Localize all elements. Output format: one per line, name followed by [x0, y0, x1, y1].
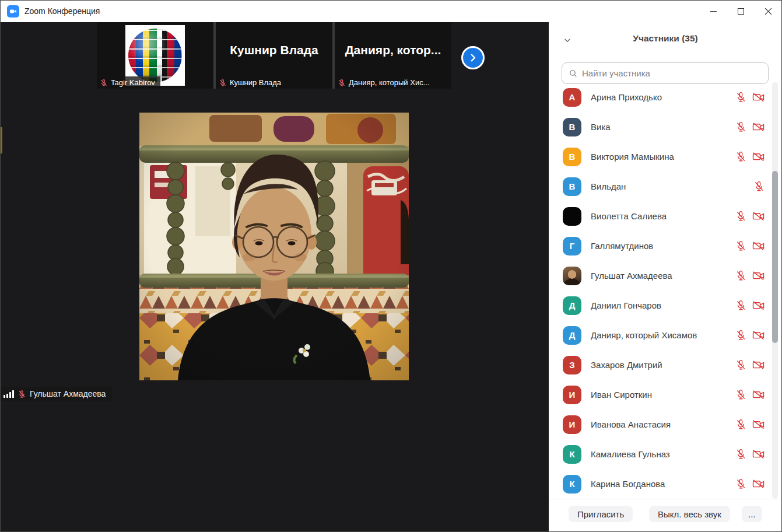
participant-status-icons	[735, 418, 765, 430]
participant-name: Галлямутдинов	[591, 241, 735, 251]
participant-avatar: К	[563, 475, 581, 494]
participant-name: Вильдан	[591, 181, 753, 191]
participant-row[interactable]: З Захаров Дмитрий	[549, 350, 782, 380]
participants-title: Участники (35)	[549, 33, 782, 44]
camera-off-icon	[752, 210, 765, 222]
tile-name-label: Данияр, который Хис...	[335, 76, 435, 89]
participant-avatar: Д	[563, 326, 581, 345]
mic-muted-icon	[735, 299, 747, 312]
close-icon	[765, 8, 772, 15]
participant-row[interactable]: Д Данияр, который Хисамов	[549, 320, 782, 350]
participant-status-icons	[735, 270, 765, 282]
mic-muted-icon	[338, 79, 346, 87]
participant-avatar: А	[563, 88, 581, 107]
window-title: Zoom Конференция	[24, 6, 100, 16]
participant-avatar: Г	[563, 237, 581, 256]
participant-status-icons	[735, 240, 765, 252]
invite-button[interactable]: Пригласить	[569, 506, 633, 522]
participant-name: Арина Приходько	[591, 92, 735, 102]
participant-avatar: З	[563, 356, 581, 374]
camera-off-icon	[752, 299, 765, 312]
camera-off-icon	[752, 388, 765, 401]
camera-off-icon	[752, 240, 765, 252]
participant-name: Данияр, который Хисамов	[591, 330, 735, 340]
tile-display-name: Данияр, котор...	[335, 22, 451, 78]
participant-name: Виолетта Салиева	[591, 211, 735, 221]
participant-name: Камалиева Гульназ	[591, 449, 735, 459]
participant-row[interactable]: Виолетта Салиева	[549, 201, 782, 231]
participant-search	[562, 62, 769, 84]
speaker-photo	[139, 113, 409, 380]
participant-row[interactable]: А Арина Приходько	[549, 82, 782, 112]
participant-row[interactable]: И Иванова Анастасия	[549, 410, 782, 439]
meeting-canvas: Tagir Kabirov Кушнир Влада Кушнир Влада …	[0, 22, 549, 532]
participant-row[interactable]: К Камалиева Гульназ	[549, 439, 782, 469]
participant-avatar: В	[563, 118, 581, 136]
minimize-icon	[710, 11, 717, 12]
participant-row[interactable]: Г Галлямутдинов	[549, 231, 782, 261]
participant-status-icons	[735, 388, 765, 401]
camera-off-icon	[752, 150, 765, 163]
tile-name-label: Кушнир Влада	[216, 76, 286, 89]
participant-row[interactable]: Гульшат Ахмадеева	[549, 261, 782, 290]
participant-name: Виктория Мамыкина	[591, 152, 735, 162]
search-icon	[569, 69, 578, 78]
video-camera-icon	[9, 8, 17, 15]
zoom-app-icon	[7, 5, 19, 18]
mute-all-button[interactable]: Выкл. весь звук	[649, 506, 730, 522]
camera-off-icon	[752, 418, 765, 430]
mic-muted-icon	[17, 390, 26, 398]
participant-row[interactable]: В Вика	[549, 112, 782, 142]
participant-list: А Арина Приходько В Вика	[549, 82, 782, 499]
video-tile-daniyar[interactable]: Данияр, котор... Данияр, который Хис...	[335, 22, 451, 89]
participant-name: Вика	[591, 122, 735, 132]
filmstrip-next-button[interactable]	[461, 46, 485, 69]
participant-avatar	[563, 207, 581, 226]
mic-muted-icon	[735, 448, 747, 460]
participant-avatar: К	[563, 445, 581, 464]
participants-header: Участники (35)	[549, 22, 782, 57]
minimize-button[interactable]	[700, 0, 727, 22]
mic-muted-icon	[735, 91, 747, 103]
scrollbar-thumb[interactable]	[772, 171, 778, 343]
mic-muted-icon	[219, 79, 227, 87]
participant-status-icons	[735, 121, 765, 133]
mic-muted-icon	[735, 418, 747, 430]
participant-row[interactable]: В Виктория Мамыкина	[549, 142, 782, 172]
participant-row[interactable]: Д Даниил Гончаров	[549, 290, 782, 320]
participant-name: Иванова Анастасия	[591, 419, 735, 429]
mic-muted-icon	[735, 121, 747, 133]
globe-flags-avatar	[128, 29, 182, 82]
edge-artifact	[0, 127, 2, 153]
mic-muted-icon	[735, 359, 747, 371]
mic-muted-icon	[753, 180, 765, 192]
mic-muted-icon	[735, 329, 747, 341]
mic-muted-icon	[735, 210, 747, 222]
mic-muted-icon	[735, 150, 747, 163]
participant-row[interactable]: В Вильдан	[549, 172, 782, 201]
panel-footer: Пригласить Выкл. весь звук ...	[549, 499, 782, 532]
mic-muted-icon	[100, 79, 108, 87]
participants-panel: Участники (35) А Арина Приходько В	[549, 22, 782, 532]
participant-name: Захаров Дмитрий	[591, 360, 735, 370]
participant-row[interactable]: К Карина Богданова	[549, 469, 782, 499]
chevron-right-icon	[468, 52, 478, 63]
tile-name-text: Данияр, который Хис...	[349, 78, 430, 87]
search-input[interactable]	[582, 68, 768, 78]
participant-status-icons	[735, 210, 765, 222]
participant-name: Гульшат Ахмадеева	[591, 271, 735, 281]
close-button[interactable]	[755, 0, 782, 22]
participant-status-icons	[735, 91, 765, 103]
participant-row[interactable]: И Иван Сироткин	[549, 380, 782, 410]
camera-off-icon	[752, 91, 765, 103]
participant-status-icons	[735, 329, 765, 341]
video-tile-kushnir[interactable]: Кушнир Влада Кушнир Влада	[216, 22, 332, 89]
participant-avatar: В	[563, 148, 581, 166]
participant-name: Даниил Гончаров	[591, 300, 735, 310]
participant-status-icons	[735, 478, 765, 490]
more-options-button[interactable]: ...	[742, 506, 762, 522]
video-tile-tagir[interactable]: Tagir Kabirov	[97, 22, 213, 89]
scrollbar-track[interactable]	[772, 82, 778, 499]
maximize-button[interactable]	[727, 0, 755, 22]
participant-avatar: И	[563, 415, 581, 434]
